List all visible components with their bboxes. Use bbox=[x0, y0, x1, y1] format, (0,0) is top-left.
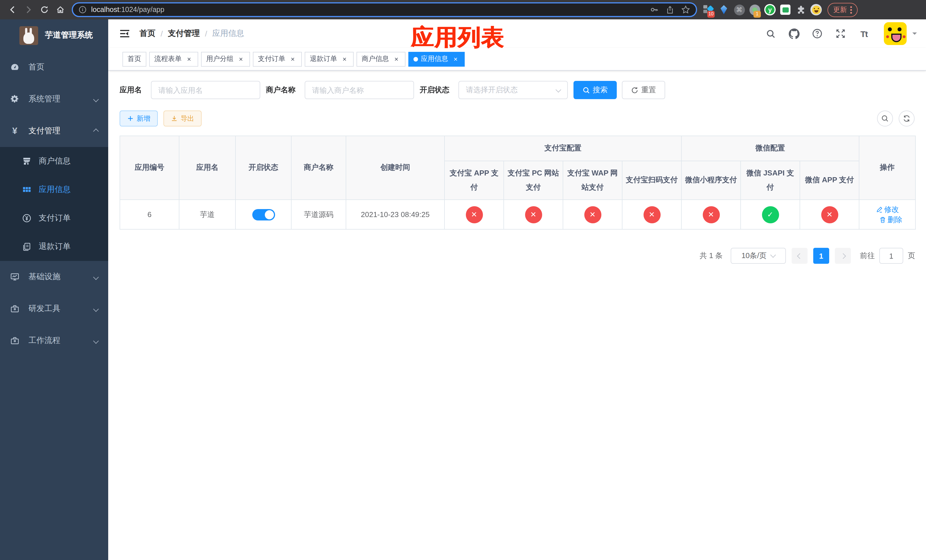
toggle-search-button[interactable] bbox=[877, 110, 893, 127]
total-count: 共 1 条 bbox=[700, 251, 723, 261]
extension-blue-diamond-icon[interactable]: 10 bbox=[703, 4, 714, 15]
cell-app-name: 芋道 bbox=[179, 200, 236, 229]
wx-jsapi-status-icon[interactable]: ✓ bbox=[762, 206, 779, 223]
browser-reload-button[interactable] bbox=[36, 2, 52, 18]
chevron-down-icon bbox=[555, 87, 561, 92]
goto-page-input[interactable] bbox=[879, 248, 903, 264]
tab-user-group[interactable]: 用户分组 × bbox=[201, 51, 250, 67]
close-icon[interactable]: × bbox=[289, 55, 297, 63]
tab-process-form[interactable]: 流程表单 × bbox=[149, 51, 198, 67]
page-number-1[interactable]: 1 bbox=[813, 248, 829, 264]
browser-menu-icon[interactable] bbox=[850, 6, 852, 14]
sidebar-item-appinfo[interactable]: 应用信息 bbox=[0, 176, 108, 204]
sidebar-item-system[interactable]: 系统管理 bbox=[0, 83, 108, 115]
active-dot bbox=[413, 57, 418, 61]
cell-app-id: 6 bbox=[120, 200, 179, 229]
page-annotation: 应用列表 bbox=[411, 22, 505, 53]
status-toggle[interactable] bbox=[252, 209, 275, 220]
search-button[interactable]: 搜索 bbox=[573, 81, 617, 99]
cell-create-time: 2021-10-23 08:49:25 bbox=[346, 200, 445, 229]
extension-chat-icon[interactable] bbox=[780, 4, 791, 15]
alipay-qr-status-icon[interactable]: ✕ bbox=[643, 206, 660, 223]
breadcrumb-home[interactable]: 首页 bbox=[139, 29, 156, 39]
extension-bar: 10 ⌘ 1 y bbox=[703, 4, 822, 15]
reset-button[interactable]: 重置 bbox=[622, 81, 665, 99]
edit-link[interactable]: 修改 bbox=[876, 204, 899, 215]
cell-status bbox=[236, 200, 291, 229]
tab-app-info[interactable]: 应用信息 × bbox=[409, 51, 465, 67]
avatar[interactable] bbox=[884, 22, 906, 45]
user-menu[interactable] bbox=[884, 22, 917, 45]
browser-home-button[interactable] bbox=[52, 2, 68, 18]
password-key-icon[interactable] bbox=[650, 5, 659, 14]
browser-back-button[interactable] bbox=[5, 2, 21, 18]
prev-page-button[interactable] bbox=[791, 248, 808, 264]
sidebar-item-payorder[interactable]: 支付订单 bbox=[0, 204, 108, 232]
next-page-button[interactable] bbox=[835, 248, 851, 264]
sidebar-item-workflow[interactable]: 工作流程 bbox=[0, 325, 108, 357]
export-button[interactable]: 导出 bbox=[163, 110, 201, 127]
tab-home[interactable]: 首页 bbox=[123, 51, 146, 67]
sidebar-item-infra[interactable]: 基础设施 bbox=[0, 261, 108, 293]
fullscreen-icon[interactable] bbox=[835, 28, 846, 39]
header-search-icon[interactable] bbox=[765, 28, 776, 39]
breadcrumb-pay[interactable]: 支付管理 bbox=[168, 29, 200, 39]
site-info-icon[interactable] bbox=[79, 6, 86, 14]
briefcase-icon bbox=[10, 336, 20, 345]
extension-y-icon[interactable]: y bbox=[764, 4, 776, 15]
close-icon[interactable]: × bbox=[237, 55, 245, 63]
extensions-puzzle-icon[interactable] bbox=[795, 4, 806, 15]
extension-balloon-icon[interactable] bbox=[718, 4, 729, 15]
col-app-name: 应用名 bbox=[179, 136, 236, 200]
table-row: 6 芋道 芋道源码 2021-10-23 08:49:25 ✕ ✕ ✕ ✕ ✕ … bbox=[120, 200, 915, 229]
github-icon[interactable] bbox=[788, 28, 800, 39]
address-bar[interactable]: localhost:1024/pay/app bbox=[72, 2, 697, 17]
group-alipay-config: 支付宝配置 bbox=[445, 136, 681, 161]
sidebar-item-devtool[interactable]: 研发工具 bbox=[0, 293, 108, 325]
gear-icon bbox=[10, 95, 20, 104]
chevron-down-icon bbox=[93, 306, 99, 312]
sidebar-item-refund[interactable]: 退款订单 bbox=[0, 232, 108, 261]
col-app-id: 应用编号 bbox=[120, 136, 179, 200]
tab-refund-order[interactable]: 退款订单 × bbox=[305, 51, 354, 67]
extension-recorder-icon[interactable]: 1 bbox=[749, 4, 760, 15]
alipay-wap-status-icon[interactable]: ✕ bbox=[584, 206, 601, 223]
tab-merchant-info[interactable]: 商户信息 × bbox=[357, 51, 406, 67]
extension-command-icon[interactable]: ⌘ bbox=[734, 4, 745, 15]
tab-pay-order[interactable]: 支付订单 × bbox=[253, 51, 302, 67]
alipay-app-status-icon[interactable]: ✕ bbox=[466, 206, 483, 223]
sidebar-logo[interactable]: 芋道管理系统 bbox=[0, 20, 108, 51]
sidebar-collapse-icon[interactable] bbox=[119, 28, 130, 39]
breadcrumb: 首页 / 支付管理 / 应用信息 bbox=[139, 29, 244, 39]
sidebar-item-home[interactable]: 首页 bbox=[0, 51, 108, 83]
close-icon[interactable]: × bbox=[392, 55, 400, 63]
extension-badge: 1 bbox=[754, 11, 761, 18]
wx-app-status-icon[interactable]: ✕ bbox=[821, 206, 838, 223]
sidebar-item-merchant[interactable]: 商户信息 bbox=[0, 147, 108, 176]
close-icon[interactable]: × bbox=[452, 55, 460, 63]
browser-update-button[interactable]: 更新 bbox=[828, 3, 858, 17]
font-size-icon[interactable]: Tt bbox=[858, 28, 870, 39]
refresh-button[interactable] bbox=[899, 110, 915, 127]
wx-lite-status-icon[interactable]: ✕ bbox=[702, 206, 720, 223]
share-icon[interactable] bbox=[666, 5, 674, 14]
alipay-pc-status-icon[interactable]: ✕ bbox=[525, 206, 542, 223]
merchant-name-input[interactable] bbox=[305, 81, 414, 99]
help-icon[interactable] bbox=[811, 28, 823, 39]
monitor-chart-icon bbox=[10, 272, 20, 282]
status-select[interactable]: 请选择开启状态 bbox=[458, 81, 568, 99]
close-icon[interactable]: × bbox=[340, 55, 348, 63]
close-icon[interactable]: × bbox=[185, 55, 193, 63]
bookmark-star-icon[interactable] bbox=[681, 5, 690, 14]
sidebar-item-pay[interactable]: ¥ 支付管理 bbox=[0, 115, 108, 147]
page-size-select[interactable]: 10条/页 bbox=[731, 248, 786, 264]
app-name-input[interactable] bbox=[151, 81, 260, 99]
browser-forward-button[interactable] bbox=[21, 2, 36, 18]
delete-link[interactable]: 删除 bbox=[879, 215, 902, 225]
add-button[interactable]: 新增 bbox=[120, 110, 158, 127]
col-status: 开启状态 bbox=[236, 136, 291, 200]
breadcrumb-current: 应用信息 bbox=[212, 29, 244, 39]
search-form: 应用名 商户名称 开启状态 请选择开启状态 bbox=[120, 81, 915, 99]
browser-toolbar: localhost:1024/pay/app 10 ⌘ bbox=[0, 0, 926, 20]
browser-profile-avatar[interactable] bbox=[810, 4, 822, 15]
